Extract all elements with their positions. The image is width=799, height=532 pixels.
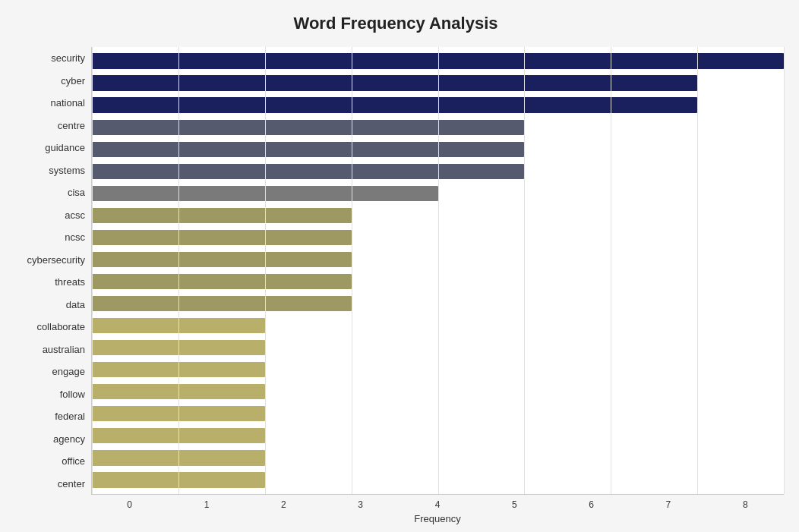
x-axis-title: Frequency — [91, 513, 784, 524]
chart-area: securitycybernationalcentreguidancesyste… — [8, 47, 784, 495]
bar — [92, 97, 697, 112]
grid-line — [524, 47, 525, 494]
y-label: cyber — [8, 70, 85, 93]
x-tick-container: 012345678 — [91, 499, 784, 510]
grid-line — [265, 47, 266, 494]
y-label: engage — [8, 360, 85, 383]
y-axis-labels: securitycybernationalcentreguidancesyste… — [8, 47, 91, 495]
y-label: center — [8, 473, 85, 496]
grid-line — [611, 47, 611, 494]
grid-line — [784, 47, 785, 494]
chart-container: Word Frequency Analysis securitycybernat… — [0, 0, 799, 532]
bar — [92, 142, 524, 157]
y-label: collaborate — [8, 316, 85, 338]
chart-title: Word Frequency Analysis — [8, 8, 784, 33]
y-label: guidance — [8, 137, 85, 159]
bar — [92, 75, 697, 90]
y-label: threats — [8, 271, 85, 294]
x-tick-label: 0 — [127, 499, 132, 510]
y-label: cybersecurity — [8, 249, 85, 272]
y-label: ncsc — [8, 226, 85, 249]
y-label: data — [8, 294, 85, 316]
y-label: australian — [8, 338, 85, 361]
y-label: office — [8, 450, 85, 473]
y-label: follow — [8, 383, 85, 406]
x-tick-label: 8 — [743, 499, 748, 510]
y-label: systems — [8, 159, 85, 182]
x-tick-label: 4 — [435, 499, 441, 510]
x-tick-label: 7 — [666, 499, 671, 510]
grid-line — [438, 47, 439, 494]
bar — [92, 230, 352, 245]
bar — [92, 252, 352, 267]
grid-line — [92, 47, 93, 494]
x-tick-label: 5 — [512, 499, 517, 510]
x-tick-label: 1 — [204, 499, 210, 510]
x-axis-labels: 012345678 — [91, 495, 784, 510]
bar — [92, 274, 352, 289]
x-tick-label: 2 — [281, 499, 286, 510]
x-tick-label: 3 — [358, 499, 363, 510]
grid-line — [352, 47, 352, 494]
x-tick-label: 6 — [589, 499, 594, 510]
bar — [92, 208, 352, 223]
bar — [92, 120, 524, 135]
y-label: acsc — [8, 204, 85, 227]
y-label: cisa — [8, 181, 85, 204]
y-label: security — [8, 47, 85, 70]
grid-line — [697, 47, 698, 494]
y-label: agency — [8, 428, 85, 451]
bar — [92, 296, 352, 311]
y-label: federal — [8, 405, 85, 428]
y-label: centre — [8, 115, 85, 137]
y-label: national — [8, 92, 85, 115]
bar — [92, 164, 524, 179]
bars-and-grid — [91, 47, 784, 495]
grid-line — [178, 47, 179, 494]
